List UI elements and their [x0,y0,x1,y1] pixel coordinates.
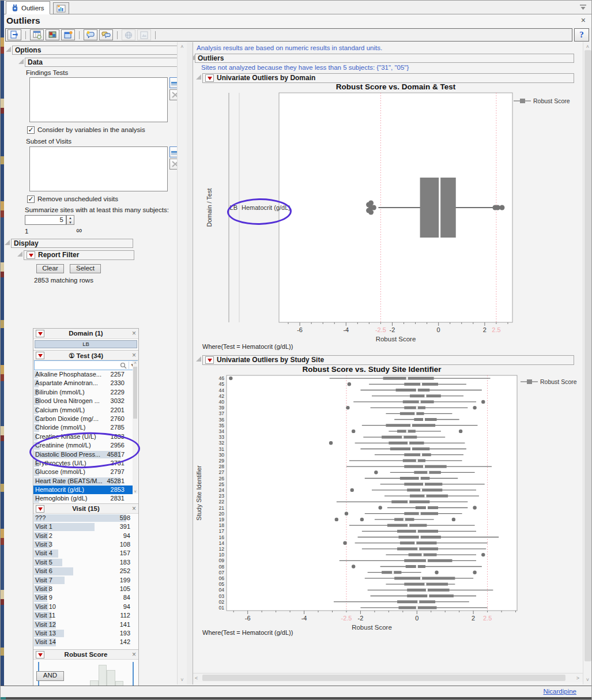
remove-unscheduled-checkbox[interactable]: ✓ [27,195,35,203]
test-list-item[interactable]: Hematocrit (g/dL)2853 [33,486,133,494]
visit-list-item[interactable]: Visit 984 [33,593,138,602]
analysis-note: Analysis results are based on numeric re… [197,44,382,51]
test-list-item[interactable]: Alkaline Phosphatase...2257 [33,370,133,379]
univariate-domain-header[interactable]: Univariate Outliers by Domain [202,73,574,83]
visit-list-item[interactable]: Visit 13193 [33,629,138,638]
subjects-spinner[interactable]: ▲▼ [66,215,74,225]
clear-button[interactable]: Clear [36,264,64,273]
visit-list-item[interactable]: ???598 [33,514,138,522]
select-button[interactable]: Select [70,264,101,273]
and-button[interactable]: AND [36,671,64,681]
options-section-header[interactable]: Options [12,46,180,55]
min-subjects-input[interactable]: 5 [25,215,66,225]
visit-list-item[interactable]: Visit 3108 [33,540,138,549]
horizontal-scrollbar[interactable]: < > [193,673,583,682]
scroll-right-icon[interactable]: > [576,675,579,681]
visit-list-item[interactable]: Visit 294 [33,532,138,540]
tab-report[interactable] [53,2,69,14]
outliers-report-header[interactable]: Outliers [195,54,574,63]
report-filter-menu-icon[interactable] [27,251,35,259]
collapse-triangle-icon[interactable] [6,47,11,52]
visit-list-item[interactable]: Visit 7199 [33,576,138,585]
visit-filter-close-icon[interactable]: × [132,505,136,512]
save-image-icon[interactable] [46,29,59,40]
scroll-down-icon[interactable]: ˅ [178,677,187,683]
export-report-icon[interactable] [7,29,21,40]
test-list-item[interactable]: Bilirubin (mmol/L)2229 [33,388,133,397]
collapse-triangle-icon[interactable] [18,59,24,64]
section-menu-icon[interactable] [205,356,214,364]
display-section-header[interactable]: Display [11,239,133,248]
test-search-input[interactable]: ▼ [34,360,138,370]
test-list-item[interactable]: Diastolic Blood Press...45817 [33,450,133,459]
robust-filter-close-icon[interactable]: × [132,651,136,658]
consider-variables-checkbox[interactable]: ✓ [27,126,35,134]
data-table-icon[interactable] [30,29,44,40]
boxplot-domain-chart[interactable]: Robust Score vs. Domain & Test-6-4-202-2… [193,84,583,352]
new-window-icon[interactable] [61,29,75,40]
collapse-triangle-icon[interactable] [196,74,201,80]
panel-splitter[interactable] [187,42,193,684]
svg-text:-4: -4 [301,615,307,622]
test-list-item[interactable]: Creatine Kinase (U/L)1833 [33,432,133,441]
visit-list-item[interactable]: Visit 14142 [33,638,138,646]
test-list-scrollbar[interactable]: ˄ ˅ [133,361,138,494]
test-list-item[interactable]: Blood Urea Nitrogen ...3032 [33,397,133,405]
report-filter-header[interactable]: Report Filter [24,250,134,260]
page-title: Outliers [6,16,40,26]
scroll-up-icon[interactable]: ˄ [583,44,592,50]
left-panel-scrollbar[interactable]: ˄ ˅ [177,42,187,684]
visit-list-item[interactable]: Visit 1391 [33,522,138,531]
scroll-down-icon[interactable]: ˅ [133,490,138,494]
scroll-up-icon[interactable]: ˄ [178,44,187,50]
visit-list-item[interactable]: Visit 11112 [33,611,138,620]
scroll-down-icon[interactable]: ˅ [583,677,592,683]
test-list-item[interactable]: Calcium (mmol/L)2201 [33,406,133,415]
test-list-item[interactable]: Erythrocytes (U/L)2731 [33,459,133,468]
comments-icon[interactable] [99,29,113,40]
svg-text:22: 22 [219,499,225,505]
test-list-item[interactable]: Hemoglobin (g/dL)2831 [33,494,133,503]
test-list-item[interactable]: Creatinine (mmol/L)2956 [33,441,133,450]
window-menu-icon[interactable] [579,5,587,10]
domain-value-lb[interactable]: LB [35,340,137,348]
domain-filter-close-icon[interactable]: × [132,330,136,337]
svg-text:Robust Score vs. Study Site Id: Robust Score vs. Study Site Identifier [303,366,442,374]
test-list-item[interactable]: Heart Rate (BEATS/M...45281 [33,477,133,486]
svg-text:04: 04 [219,587,225,593]
test-list-item[interactable]: Aspartate Aminotran...2330 [33,379,133,387]
scrollbar-thumb[interactable] [202,675,565,681]
visit-list-item[interactable]: Visit 4157 [33,549,138,558]
subset-visits-listbox[interactable] [29,146,168,191]
boxplot-site-chart[interactable]: Robust Score vs. Study Site Identifier46… [193,366,583,631]
scroll-left-icon[interactable]: < [195,675,198,681]
collapse-triangle-icon[interactable] [17,251,22,257]
scroll-up-icon[interactable]: ˄ [133,361,138,365]
test-filter-close-icon[interactable]: × [132,352,136,359]
svg-text:20: 20 [219,511,225,517]
right-panel-scrollbar[interactable]: ˄ ˅ [583,42,592,684]
scrollbar-thumb[interactable] [585,50,591,661]
visit-list-item[interactable]: Visit 6252 [33,567,138,575]
tab-outliers[interactable]: Outliers [6,1,50,14]
journal-icon[interactable] [137,29,151,40]
test-list-item[interactable]: Glucose (mmol/L)2797 [33,468,133,476]
section-menu-icon[interactable] [205,74,214,82]
help-button[interactable]: ? [574,28,589,42]
collapse-triangle-icon[interactable] [5,240,10,245]
close-icon[interactable]: × [581,17,586,24]
univariate-site-header[interactable]: Univariate Outliers by Study Site [202,355,574,365]
data-section-header[interactable]: Data [25,58,180,67]
test-list-item[interactable]: Chloride (mmol/L)2785 [33,423,133,432]
web-report-icon[interactable] [122,29,135,40]
scrollbar-thumb[interactable] [133,367,137,419]
test-list-item[interactable]: Carbon Dioxide (mg/...2760 [33,415,133,423]
visit-list-item[interactable]: Visit 1094 [33,603,138,611]
visit-list-item[interactable]: Visit 5183 [33,558,138,567]
visit-list-item[interactable]: Visit 8105 [33,585,138,593]
new-note-icon[interactable] [84,29,97,40]
findings-tests-listbox[interactable] [29,77,168,122]
visit-list-item[interactable]: Visit 12141 [33,620,138,629]
study-link[interactable]: Nicardipine [543,688,576,695]
collapse-triangle-icon[interactable] [196,356,201,362]
